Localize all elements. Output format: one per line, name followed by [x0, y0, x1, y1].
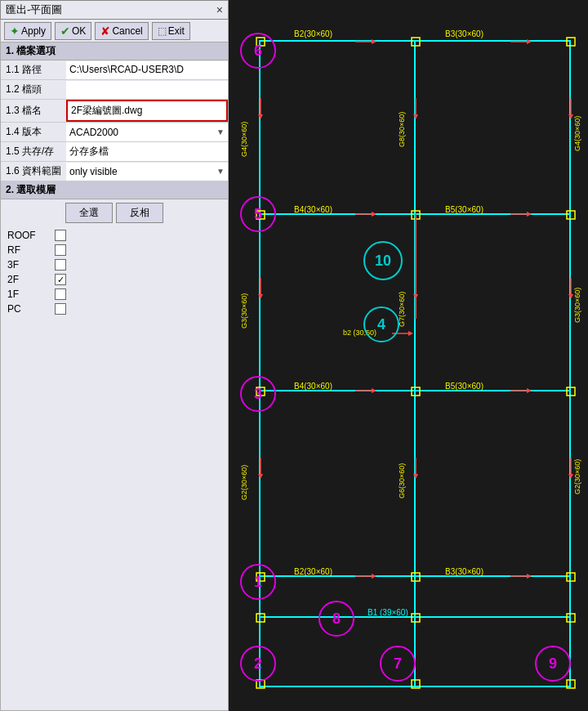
svg-marker-63 [258, 474, 263, 479]
layer-row-pc: PC [4, 302, 225, 316]
svg-text:B2(30×60): B2(30×60) [294, 567, 332, 576]
layer-select-header: 2. 選取模層 [1, 181, 228, 199]
layer-name-pc: PC [7, 303, 48, 315]
exit-label: Exit [168, 25, 185, 37]
exit-icon: ⬚ [158, 25, 167, 37]
svg-marker-45 [372, 574, 376, 579]
window-title: 匯出-平面圖 [6, 2, 62, 17]
svg-marker-39 [372, 388, 376, 393]
ok-button[interactable]: ✔ OK [55, 22, 91, 40]
circle-3: 3 [240, 376, 276, 412]
side-panel: 1. 檔案選項 1.1 路徑C:\Users\RCAD-USER3\D1.2 檔… [0, 42, 229, 711]
prop-value-save_mode: 分存多檔 [66, 142, 228, 161]
prop-row-filename: 1.3 檔名2F梁編號圖.dwg [1, 100, 228, 123]
circle-9: 9 [535, 646, 571, 682]
apply-icon: ✦ [10, 25, 20, 38]
title-bar: 匯出-平面圖 × [0, 0, 229, 20]
cad-canvas: B2(30×60) B3(30×60) B4(30×60) B5(30×60) … [229, 0, 588, 711]
svg-text:B1 (39×60): B1 (39×60) [368, 608, 408, 617]
prop-value-header [66, 81, 228, 99]
file-options-header: 1. 檔案選項 [1, 42, 228, 60]
svg-marker-61 [258, 294, 263, 299]
svg-text:G4(30×60): G4(30×60) [240, 122, 248, 157]
dropdown-arrow-data_range: ▼ [216, 167, 225, 176]
ok-label: OK [72, 25, 86, 37]
circle-10: 10 [363, 241, 403, 280]
close-button[interactable]: × [216, 3, 223, 16]
layer-name-2f: 2F [7, 274, 48, 285]
layer-name-3f: 3F [7, 259, 48, 271]
svg-text:G3(30×60): G3(30×60) [240, 293, 248, 329]
svg-marker-79 [408, 331, 413, 336]
svg-text:B4(30×60): B4(30×60) [294, 382, 332, 391]
prop-label-filename: 1.3 檔名 [1, 101, 66, 120]
prop-row-save_mode: 1.5 共存/存分存多檔 [1, 142, 228, 162]
layer-row-rf: RF [4, 243, 225, 257]
layer-row-1f: 1F [4, 287, 225, 302]
dropdown-arrow-version: ▼ [216, 127, 225, 136]
layer-row-3f: 3F [4, 257, 225, 272]
svg-text:G3(30×60): G3(30×60) [573, 288, 581, 323]
layer-section: 全選 反相 ROOFRF3F2F1FPC [1, 199, 228, 320]
layer-checkbox-2f[interactable] [55, 274, 66, 285]
prop-value-filename[interactable]: 2F梁編號圖.dwg [66, 100, 228, 122]
layer-checkbox-roof[interactable] [55, 230, 66, 241]
layer-checkbox-1f[interactable] [55, 288, 66, 300]
svg-marker-29 [527, 39, 532, 44]
svg-marker-59 [258, 114, 263, 119]
prop-row-path: 1.1 路徑C:\Users\RCAD-USER3\D [1, 60, 228, 80]
svg-text:B4(30×60): B4(30×60) [294, 205, 332, 214]
layer-row-2f: 2F [4, 272, 225, 287]
layer-buttons-row: 全選 反相 [4, 203, 225, 223]
cad-drawing: B2(30×60) B3(30×60) B4(30×60) B5(30×60) … [229, 0, 588, 711]
layer-name-roof: ROOF [7, 230, 48, 241]
layer-checkbox-pc[interactable] [55, 303, 66, 315]
prop-label-save_mode: 1.5 共存/存 [1, 142, 66, 161]
layer-checkbox-rf[interactable] [55, 244, 66, 256]
svg-marker-65 [413, 114, 418, 119]
layer-name-1f: 1F [7, 288, 48, 300]
svg-text:B5(30×60): B5(30×60) [445, 382, 483, 391]
ok-icon: ✔ [60, 25, 70, 38]
prop-row-data_range: 1.6 資料範圍only visible▼ [1, 162, 228, 181]
circle-1: 1 [240, 564, 276, 600]
prop-label-version: 1.4 版本 [1, 123, 66, 141]
svg-text:G2(30×60): G2(30×60) [240, 465, 248, 500]
svg-marker-41 [527, 388, 532, 393]
svg-text:B2(30×60): B2(30×60) [294, 29, 332, 38]
prop-row-version: 1.4 版本ACAD2000▼ [1, 123, 228, 142]
select-all-button[interactable]: 全選 [65, 203, 113, 223]
svg-text:B3(30×60): B3(30×60) [445, 29, 483, 38]
cancel-icon: ✘ [100, 25, 110, 38]
svg-marker-69 [413, 474, 418, 479]
svg-text:G2(30×60): G2(30×60) [573, 459, 581, 494]
prop-label-path: 1.1 路徑 [1, 60, 66, 79]
apply-label: Apply [21, 25, 46, 37]
exit-button[interactable]: ⬚ Exit [152, 22, 190, 40]
cancel-label: Cancel [112, 25, 142, 37]
prop-label-data_range: 1.6 資料範圍 [1, 162, 66, 181]
prop-label-header: 1.2 檔頭 [1, 80, 66, 99]
prop-value-data_range[interactable]: only visible▼ [66, 163, 228, 181]
circle-7: 7 [380, 646, 416, 682]
circle-5: 5 [240, 196, 276, 232]
circle-4: 4 [363, 306, 399, 342]
cancel-button[interactable]: ✘ Cancel [95, 22, 148, 40]
svg-marker-47 [527, 574, 532, 579]
prop-value-version[interactable]: ACAD2000▼ [66, 123, 228, 141]
cad-area: B2(30×60) B3(30×60) B4(30×60) B5(30×60) … [229, 0, 588, 711]
prop-row-header: 1.2 檔頭 [1, 80, 228, 100]
svg-text:G4(30×60): G4(30×60) [573, 116, 581, 151]
svg-text:B5(30×60): B5(30×60) [445, 205, 483, 214]
circle-2: 2 [240, 646, 276, 682]
svg-text:G6(30×60): G6(30×60) [398, 463, 406, 499]
layer-row-roof: ROOF [4, 228, 225, 243]
prop-value-path: C:\Users\RCAD-USER3\D [66, 61, 228, 79]
svg-marker-33 [372, 212, 376, 217]
layer-checkbox-3f[interactable] [55, 259, 66, 271]
toolbar: ✦ Apply ✔ OK ✘ Cancel ⬚ Exit [0, 20, 229, 42]
invert-button[interactable]: 反相 [116, 203, 163, 223]
layer-name-rf: RF [7, 244, 48, 256]
circle-6: 6 [240, 33, 276, 69]
apply-button[interactable]: ✦ Apply [4, 22, 51, 40]
